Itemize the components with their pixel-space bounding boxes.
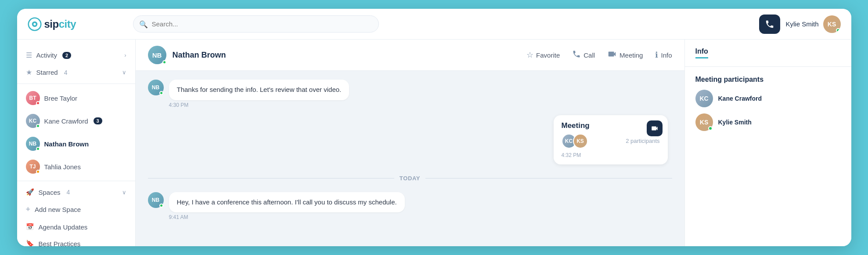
logo-icon — [28, 17, 42, 31]
contact-name-nathan: Nathan Brown — [44, 140, 89, 148]
participant-name-kane: Kane Crawford — [718, 95, 762, 102]
today-message-text: Hey, I have a conference this afternoon.… — [177, 198, 397, 206]
logo-city: city — [59, 18, 76, 30]
participants-count: 2 participants — [626, 138, 659, 144]
sidebar-item-tahlia-jones[interactable]: TJ Tahlia Jones — [17, 155, 135, 178]
chat-header-avatar: NB — [148, 46, 166, 64]
today-message-bubble: Hey, I have a conference this afternoon.… — [169, 192, 405, 213]
starred-label: Starred — [36, 69, 58, 76]
activity-chevron-icon: › — [124, 52, 126, 58]
starred-chevron-icon: ∨ — [122, 69, 126, 76]
avatar-bree: BT — [26, 91, 40, 105]
sidebar-item-agenda-updates[interactable]: 📅 Agenda Updates — [17, 219, 135, 235]
avatar: KS — [823, 15, 841, 33]
today-message-time: 9:41 AM — [169, 214, 405, 220]
plus-icon: + — [26, 205, 31, 214]
rocket-icon: 🚀 — [26, 188, 34, 196]
message-text: Thanks for sending the info. Let's revie… — [177, 86, 342, 93]
meeting-card-row: Meeting KC KS 2 participants 4:32 PM — [148, 115, 672, 164]
meeting-card-time: 4:32 PM — [562, 152, 660, 158]
participant-avatar-kane: KC — [695, 90, 713, 107]
activity-badge: 2 — [62, 52, 71, 59]
sidebar-item-add-space[interactable]: + Add new Space — [17, 200, 135, 219]
avatar-tahlia: TJ — [26, 160, 40, 174]
phone-button[interactable] — [759, 15, 780, 34]
msg-status-dot — [159, 91, 163, 95]
contact-name-tahlia: Tahlia Jones — [44, 163, 81, 171]
messages-container[interactable]: NB Thanks for sending the info. Let's re… — [136, 71, 684, 246]
app-container: sipcity 🔍 Kylie Smith KS — [17, 9, 851, 246]
participant-avatar-2: KS — [573, 134, 588, 149]
best-practices-label: Best Practices — [39, 240, 81, 247]
favorite-label: Favorite — [536, 51, 560, 59]
call-icon — [572, 50, 581, 61]
chat-contact-name: Nathan Brown — [173, 51, 226, 60]
info-panel-body: Meeting participants KC Kane Crawford KS — [685, 67, 851, 140]
message-row: NB Thanks for sending the info. Let's re… — [148, 80, 672, 108]
today-message-avatar: NB — [148, 192, 164, 208]
bree-status-dot — [36, 101, 40, 105]
video-icon — [607, 49, 617, 61]
info-tab[interactable]: Info — [695, 47, 708, 58]
sidebar-spaces-header[interactable]: 🚀 Spaces 4 ∨ — [17, 184, 135, 200]
search-bar[interactable]: 🔍 — [133, 15, 379, 33]
sidebar-item-kane-crawford[interactable]: KC Kane Crawford 3 — [17, 109, 135, 132]
logo: sipcity — [28, 17, 124, 31]
message-bubble: Thanks for sending the info. Let's revie… — [169, 80, 349, 100]
today-msg-status-dot — [159, 204, 163, 208]
meeting-card-title: Meeting — [562, 121, 660, 130]
favorite-button[interactable]: ☆ Favorite — [526, 50, 560, 60]
nathan-status-dot — [36, 147, 40, 151]
activity-label: Activity — [36, 51, 58, 59]
avatar-kane: KC — [26, 114, 40, 128]
today-label: TODAY — [400, 175, 420, 182]
today-msg-content: Hey, I have a conference this afternoon.… — [169, 192, 405, 221]
today-divider: TODAY — [148, 175, 672, 182]
star-icon: ★ — [26, 68, 32, 76]
user-name: Kylie Smith — [785, 20, 818, 28]
participant-item-1: KC Kane Crawford — [695, 90, 841, 107]
starred-count: 4 — [64, 69, 68, 76]
chat-status-dot — [162, 60, 166, 64]
spaces-label: Spaces — [39, 189, 61, 196]
sidebar-divider-1 — [17, 84, 135, 84]
search-input[interactable] — [133, 15, 379, 33]
call-label: Call — [583, 51, 595, 59]
chat-area: NB Nathan Brown ☆ Favorite Call — [136, 40, 684, 246]
meeting-button[interactable]: Meeting — [607, 49, 643, 61]
info-panel-header: Info — [685, 40, 851, 67]
msg-content: Thanks for sending the info. Let's revie… — [169, 80, 349, 108]
chat-header: NB Nathan Brown ☆ Favorite Call — [136, 40, 684, 71]
tahlia-status-dot — [36, 170, 40, 174]
today-message-row: NB Hey, I have a conference this afterno… — [148, 192, 672, 221]
sidebar-item-starred[interactable]: ★ Starred 4 ∨ — [17, 64, 135, 81]
activity-icon: ☰ — [26, 51, 32, 59]
sidebar-item-nathan-brown[interactable]: NB Nathan Brown — [17, 132, 135, 155]
chat-header-actions: ☆ Favorite Call Meeting — [526, 49, 672, 61]
sidebar-divider-2 — [17, 181, 135, 181]
sidebar-item-best-practices[interactable]: 🔖 Best Practices — [17, 235, 135, 246]
avatar-nathan: NB — [26, 137, 40, 151]
best-practices-icon: 🔖 — [26, 240, 34, 246]
contact-name-bree: Bree Taylor — [44, 95, 78, 102]
meeting-card[interactable]: Meeting KC KS 2 participants 4:32 PM — [554, 115, 668, 164]
info-button[interactable]: ℹ Info — [655, 50, 672, 60]
top-bar-right: Kylie Smith KS — [759, 15, 840, 34]
agenda-label: Agenda Updates — [39, 223, 88, 231]
meeting-video-icon[interactable] — [647, 120, 663, 136]
online-status-dot — [836, 28, 840, 33]
info-icon: ℹ — [655, 50, 658, 60]
meeting-participants-title: Meeting participants — [695, 76, 841, 84]
meeting-avatars: KC KS — [562, 134, 588, 149]
search-icon: 🔍 — [139, 20, 148, 28]
meeting-label: Meeting — [619, 51, 643, 59]
contact-name-kane: Kane Crawford — [44, 117, 88, 125]
message-time: 4:30 PM — [169, 102, 349, 108]
meeting-card-participants: KC KS 2 participants — [562, 134, 660, 149]
kane-badge: 3 — [94, 117, 102, 124]
sidebar-item-bree-taylor[interactable]: BT Bree Taylor — [17, 87, 135, 109]
call-button[interactable]: Call — [572, 50, 595, 61]
info-panel: Info Meeting participants KC Kane Crawfo… — [684, 40, 851, 246]
sidebar-item-activity[interactable]: ☰ Activity 2 › — [17, 47, 135, 64]
logo-sip: sip — [44, 18, 59, 30]
